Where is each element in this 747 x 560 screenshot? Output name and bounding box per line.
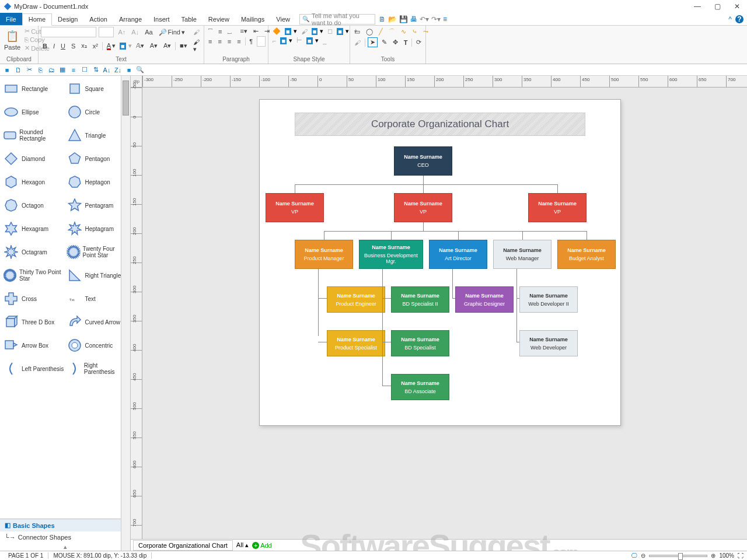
open-icon[interactable]: 📂 (388, 15, 397, 23)
qt-2-icon[interactable]: 🗋 (13, 65, 23, 75)
qt-5-icon[interactable]: 🗂 (47, 65, 56, 75)
superscript-icon[interactable]: x² (91, 42, 100, 50)
tab-file[interactable]: File (0, 13, 22, 25)
shapes-scrollbar[interactable] (121, 76, 130, 551)
shape-item-star7[interactable]: Heptagram (66, 218, 128, 239)
strike-icon[interactable]: S (69, 42, 77, 50)
org-node[interactable]: Name SurnameWeb Manager (493, 240, 551, 269)
font-family-combo[interactable] (41, 27, 96, 37)
qt-13-icon[interactable]: 🔍 (135, 65, 145, 75)
shape-item-concentric[interactable]: Concentric (66, 335, 128, 356)
shape-item-text[interactable]: TxtText (66, 288, 128, 309)
shape-item-star8[interactable]: Octagram (2, 242, 65, 262)
org-node[interactable]: Name SurnameVP (394, 193, 452, 222)
org-node[interactable]: Name SurnameProduct Engineer (327, 286, 385, 313)
close-button[interactable]: ✕ (731, 2, 743, 10)
zoom-in-icon[interactable]: ⊕ (711, 552, 715, 559)
shadow-font-icon[interactable]: A▾ (148, 41, 159, 50)
tool-freeform-icon[interactable]: ⤳ (421, 27, 430, 36)
tool-format-icon[interactable]: 🖌 (352, 38, 362, 47)
qt-6-icon[interactable]: ▦ (58, 65, 67, 75)
tab-mailings[interactable]: Mailings (235, 13, 270, 25)
org-node[interactable]: Name SurnameVP (266, 193, 324, 222)
tab-home[interactable]: Home (22, 13, 52, 26)
find-button[interactable]: 🔎Find ▾ (157, 28, 187, 37)
paste-button[interactable]: 📋 Paste (2, 27, 22, 54)
format-painter-icon[interactable]: 🖌▾ (191, 38, 201, 54)
org-node[interactable]: Name SurnameBusiness Development Mgr. (359, 240, 423, 269)
shape-item-star32[interactable]: Thirty Two Point Star (2, 265, 65, 286)
align-middle-icon[interactable]: ≡ (217, 27, 224, 36)
qt-11-icon[interactable]: Z↓ (113, 65, 123, 75)
chart-title[interactable]: Corporate Organizational Chart (295, 113, 585, 136)
para-combo[interactable] (257, 36, 266, 47)
view-mode-icon[interactable]: 🖵 (631, 552, 637, 559)
dash-icon[interactable]: ⎯ (321, 37, 329, 45)
italic-icon[interactable]: I (51, 42, 57, 50)
org-node[interactable]: Name SurnameGraphic Designer (455, 286, 514, 313)
fill-font-icon[interactable]: A▾ (162, 41, 173, 50)
shape-item-lparen[interactable]: Left Parenthesis (2, 358, 65, 379)
paragraph-mark-icon[interactable]: ¶ (247, 37, 254, 46)
font-shrink-icon[interactable]: A↓ (130, 28, 141, 36)
rotate-tool-icon[interactable]: ⟳ (414, 38, 423, 47)
tool-line-icon[interactable]: ╱ (377, 27, 385, 36)
tab-design[interactable]: Design (52, 13, 83, 25)
highlight-icon[interactable]: ■ (120, 43, 126, 50)
clear-formatting-icon[interactable]: 🖌 (191, 28, 201, 36)
org-node[interactable]: Name SurnameArt Director (429, 240, 487, 269)
tab-insert[interactable]: Insert (148, 13, 176, 25)
shape-item-arrowbox[interactable]: Arrow Box (2, 335, 65, 356)
qt-3-icon[interactable]: ✂ (25, 65, 34, 75)
org-node[interactable]: Name SurnameBD Associate (391, 374, 449, 400)
align-bottom-icon[interactable]: ⎵ (226, 27, 233, 36)
underline-icon[interactable]: U (59, 42, 67, 50)
zoom-out-icon[interactable]: ⊖ (641, 552, 645, 559)
help-icon[interactable]: ? (735, 15, 743, 23)
shape-item-cross[interactable]: Cross (2, 288, 65, 309)
align-top-icon[interactable]: ⎴ (207, 27, 214, 36)
canvas-viewport[interactable]: Corporate Organizational Chart Name Surn… (142, 88, 747, 539)
shape-item-pentagon[interactable]: Pentagon (66, 148, 128, 169)
org-node[interactable]: Name SurnameProduct Specialist (327, 330, 385, 356)
qt-7-icon[interactable]: ≡ (69, 65, 78, 75)
font-color-icon[interactable]: A▾ (105, 41, 117, 51)
text-fill-icon[interactable]: ■▾ (178, 41, 189, 50)
subscript-icon[interactable]: x₂ (79, 41, 89, 50)
sheet-add[interactable]: +Add (252, 542, 272, 549)
redo-icon[interactable]: ↷▾ (431, 15, 441, 23)
print-icon[interactable]: 🖶 (410, 15, 417, 23)
org-node[interactable]: Name SurnameWeb Developer (519, 330, 578, 356)
pan-tool-icon[interactable]: ✥ (391, 38, 400, 47)
qat-config-icon[interactable]: ≡ (443, 15, 447, 23)
shape-item-rect[interactable]: Rectangle (2, 78, 65, 99)
pen-tool-icon[interactable]: ✎ (380, 38, 389, 47)
maximize-button[interactable]: ▢ (711, 2, 724, 10)
shape-item-circle[interactable]: Circle (66, 102, 128, 123)
org-node[interactable]: Name SurnameBD Specialist (391, 330, 449, 356)
library-basic-shapes[interactable]: ◧ Basic Shapes (0, 519, 130, 531)
tab-arrange[interactable]: Arrange (113, 13, 148, 25)
qt-9-icon[interactable]: ⇅ (91, 65, 100, 75)
endpoint-icon[interactable]: ⊢ (295, 36, 304, 45)
library-connector-shapes[interactable]: └→ Connector Shapes (0, 531, 130, 543)
align-right-icon[interactable]: ≡ (226, 37, 233, 46)
shape-fill-palette-icon[interactable]: ■ (312, 28, 318, 35)
shape-fill-icon[interactable]: 🖌 (299, 27, 309, 36)
align-center-icon[interactable]: ≡ (216, 37, 223, 46)
org-node[interactable]: Name SurnameBD Specialist II (391, 286, 449, 313)
new-icon[interactable]: 🗎 (379, 15, 386, 23)
corner-palette-icon[interactable]: ■ (280, 37, 287, 44)
theme-palette-icon[interactable]: ■ (285, 28, 291, 35)
fit-page-icon[interactable]: ⛶ (738, 552, 743, 559)
tab-action[interactable]: Action (83, 13, 113, 25)
qt-12-icon[interactable]: ■ (124, 65, 134, 75)
org-node[interactable]: Name SurnameProduct Manager (295, 240, 353, 269)
ribbon-collapse-icon[interactable]: ^ (728, 15, 732, 23)
qt-4-icon[interactable]: ⎘ (36, 65, 45, 75)
undo-icon[interactable]: ↶▾ (420, 15, 429, 23)
shape-item-rtriangle[interactable]: Right Triangle (66, 265, 128, 286)
shape-item-curvedarrow[interactable]: Curved Arrow (66, 312, 128, 332)
tab-table[interactable]: Table (176, 13, 203, 25)
font-size-combo[interactable] (99, 27, 114, 37)
